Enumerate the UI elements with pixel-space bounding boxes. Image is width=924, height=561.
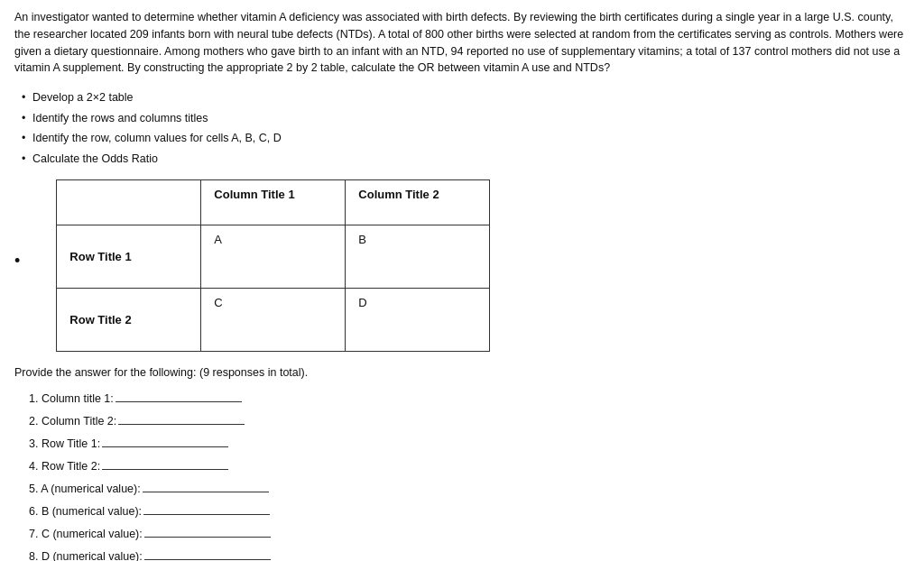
answer-line-7[interactable] (144, 525, 271, 538)
answer-label-1: 1. Column title 1: (29, 388, 114, 410)
cell-c: C (201, 289, 346, 352)
bullet-item-2: Identify the rows and columns titles (22, 108, 910, 129)
answer-line-1[interactable] (116, 390, 242, 402)
bullet-item-1: Develop a 2×2 table (22, 87, 910, 108)
answer-line-2[interactable] (118, 412, 245, 425)
answer-item-5: 5. A (numerical value): (29, 478, 910, 501)
cell-d: D (346, 289, 490, 352)
row-title-1: Row Title 1 (57, 225, 201, 289)
intro-paragraph: An investigator wanted to determine whet… (14, 9, 910, 77)
answer-list: 1. Column title 1: 2. Column Title 2: 3.… (29, 388, 910, 561)
answer-item-2: 2. Column Title 2: (29, 410, 910, 433)
answer-label-2: 2. Column Title 2: (29, 410, 116, 433)
corner-cell (57, 180, 201, 225)
answer-item-1: 1. Column title 1: (29, 388, 910, 410)
answer-label-5: 5. A (numerical value): (29, 478, 141, 501)
answer-label-8: 8. D (numerical value): (29, 546, 143, 561)
answer-line-3[interactable] (102, 435, 228, 447)
answer-item-7: 7. C (numerical value): (29, 523, 910, 546)
table-bullet-dot: • (14, 252, 20, 271)
table-section: • Column Title 1 Column Title 2 Row Titl… (14, 179, 910, 352)
answer-label-7: 7. C (numerical value): (29, 523, 143, 546)
answer-item-3: 3. Row Title 1: (29, 433, 910, 455)
answer-item-4: 4. Row Title 2: (29, 455, 910, 478)
answer-label-4: 4. Row Title 2: (29, 455, 100, 478)
bullet-list: Develop a 2×2 table Identify the rows an… (22, 87, 910, 169)
answer-item-8: 8. D (numerical value): (29, 546, 910, 561)
answer-item-6: 6. B (numerical value): (29, 501, 910, 523)
column-title-1: Column Title 1 (201, 180, 346, 225)
cell-a: A (201, 225, 346, 289)
bullet-item-3: Identify the row, column values for cell… (22, 128, 910, 149)
answer-line-8[interactable] (144, 547, 271, 560)
provide-answer-text: Provide the answer for the following: (9… (14, 366, 910, 379)
cell-b: B (346, 225, 490, 289)
two-by-two-table: Column Title 1 Column Title 2 Row Title … (56, 179, 490, 352)
answer-line-5[interactable] (143, 480, 269, 492)
answer-label-6: 6. B (numerical value): (29, 501, 142, 523)
column-title-2: Column Title 2 (346, 180, 490, 225)
row-title-2: Row Title 2 (57, 289, 201, 352)
answer-label-3: 3. Row Title 1: (29, 433, 100, 455)
answer-line-4[interactable] (102, 457, 228, 470)
bullet-item-4: Calculate the Odds Ratio (22, 149, 910, 170)
answer-line-6[interactable] (143, 502, 270, 515)
